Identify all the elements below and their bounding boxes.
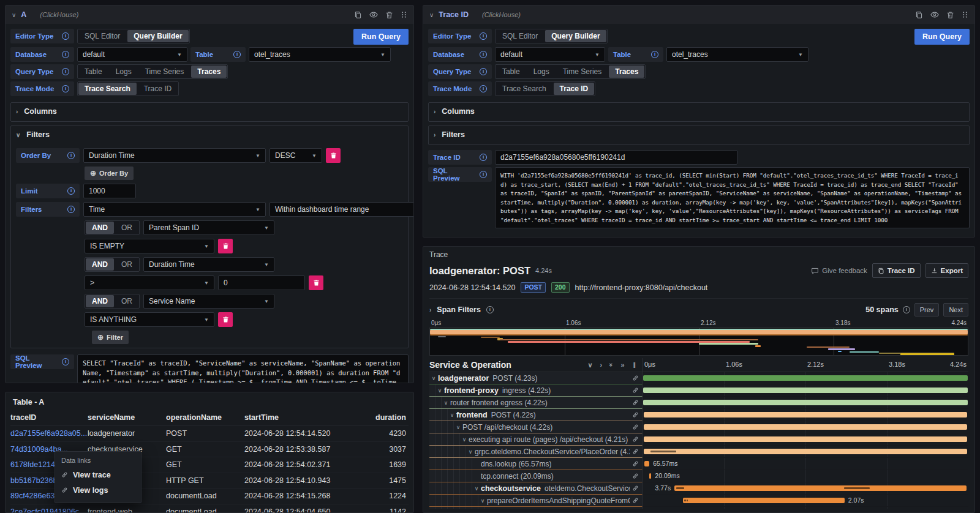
next-button[interactable]: Next [943, 303, 968, 316]
trace-id-link[interactable]: d2a7155ef6a928a05... [10, 429, 88, 438]
prev-button[interactable]: Prev [914, 303, 940, 316]
span-link-icon[interactable] [632, 399, 639, 406]
query-type-table[interactable]: Table [78, 65, 109, 78]
query-type-traces[interactable]: Traces [191, 66, 227, 78]
database-select[interactable]: default▼ [495, 47, 605, 62]
order-by-field-select[interactable]: Duration Time▼ [83, 148, 266, 163]
view-trace-link[interactable]: View trace [61, 467, 135, 482]
run-query-button[interactable]: Run Query [353, 29, 409, 45]
filter-field-select[interactable]: Time▼ [83, 202, 266, 217]
info-icon[interactable]: i [480, 32, 487, 40]
database-select[interactable]: default▼ [77, 47, 187, 62]
span-row[interactable]: tcp.connect (20.09ms)20.09ms [429, 470, 968, 482]
col-header-servicename[interactable]: serviceName [88, 413, 166, 422]
info-icon[interactable]: i [480, 68, 487, 75]
span-bar[interactable] [644, 461, 650, 466]
add-filter-button[interactable]: ⊕Filter [92, 331, 129, 344]
add-order-by-button[interactable]: ⊕Order By [85, 167, 134, 180]
span-collapse-icon[interactable]: ∨ [472, 485, 481, 492]
and-option[interactable]: AND [86, 258, 114, 271]
view-logs-link[interactable]: View logs [61, 482, 135, 498]
span-collapse-icon[interactable]: ∨ [435, 388, 444, 394]
limit-input[interactable]: 1000 [83, 184, 136, 198]
hide-query-icon[interactable] [369, 10, 378, 19]
span-link-icon[interactable] [632, 448, 639, 455]
hide-query-icon[interactable] [930, 10, 939, 19]
span-link-icon[interactable] [632, 411, 639, 418]
info-icon[interactable]: i [67, 152, 75, 159]
span-row[interactable]: ∨prepareOrderItemsAndShippingQuoteFromCa… [429, 495, 968, 507]
span-bar[interactable] [644, 449, 967, 454]
filter-operator-select[interactable]: >▼ [85, 275, 214, 290]
collapse-all-icon[interactable]: » [608, 363, 615, 367]
filter-value-input[interactable]: 0 [218, 275, 305, 290]
query-type-logs[interactable]: Logs [527, 65, 556, 78]
query-panel-trace-id-header[interactable]: ∨ Trace ID (ClickHouse) [423, 6, 974, 24]
columns-section-header[interactable]: ›Columns [16, 105, 403, 118]
span-bar[interactable] [674, 485, 967, 491]
remove-filter-button[interactable] [309, 275, 323, 290]
or-option[interactable]: OR [115, 294, 139, 308]
query-type-timeseries[interactable]: Time Series [138, 65, 191, 78]
col-header-traceid[interactable]: traceID [10, 413, 88, 422]
span-bar[interactable] [643, 375, 968, 381]
filter-operator-select[interactable]: Within dashboard time range▼ [270, 202, 414, 217]
duplicate-icon[interactable] [354, 11, 362, 19]
span-link-icon[interactable] [632, 497, 639, 504]
delete-query-icon[interactable] [946, 11, 954, 19]
editor-type-builder[interactable]: Query Builder [127, 30, 188, 42]
query-type-timeseries[interactable]: Time Series [556, 65, 609, 78]
trace-minimap[interactable] [429, 328, 968, 356]
span-bar[interactable] [644, 436, 967, 442]
or-option[interactable]: OR [115, 221, 139, 234]
span-link-icon[interactable] [632, 375, 639, 381]
filter-field-select[interactable]: Parent Span ID▼ [143, 220, 274, 235]
trace-id-button[interactable]: Trace ID [872, 263, 921, 278]
span-filters-header[interactable]: › Span Filters i [429, 305, 494, 314]
filters-section-header[interactable]: ∨Filters [16, 129, 403, 141]
or-option[interactable]: OR [115, 258, 139, 271]
info-icon[interactable]: i [67, 206, 75, 213]
give-feedback-link[interactable]: Give feedback [811, 267, 867, 275]
remove-filter-button[interactable] [218, 312, 233, 327]
editor-type-sql[interactable]: SQL Editor [78, 29, 127, 43]
info-icon[interactable]: i [233, 51, 241, 58]
span-collapse-icon[interactable]: ∨ [429, 375, 438, 381]
info-icon[interactable]: i [62, 32, 69, 40]
span-collapse-icon[interactable]: ∨ [478, 498, 487, 504]
span-row[interactable]: ∨loadgeneratorPOST (4.23s) [429, 372, 968, 384]
span-row[interactable]: ∨router frontend egress (4.22s) [429, 397, 968, 409]
query-panel-a-header[interactable]: ∨ A (ClickHouse) [6, 6, 413, 24]
trace-mode-id[interactable]: Trace ID [554, 83, 595, 95]
query-type-table[interactable]: Table [496, 65, 527, 78]
info-icon[interactable]: i [480, 85, 487, 92]
info-icon[interactable]: i [651, 51, 658, 58]
filter-operator-select[interactable]: IS ANYTHING▼ [85, 312, 214, 327]
collapse-one-icon[interactable]: ∨ [588, 361, 593, 369]
span-bar[interactable] [644, 424, 968, 430]
info-icon[interactable]: i [480, 154, 487, 161]
expand-one-icon[interactable]: › [600, 361, 603, 369]
span-row[interactable]: dns.lookup (65.57ms)65.57ms [429, 458, 968, 470]
trace-mode-search[interactable]: Trace Search [496, 82, 553, 95]
col-header-operationname[interactable]: operationName [166, 413, 244, 422]
columns-section-header[interactable]: ›Columns [434, 105, 964, 118]
run-query-button[interactable]: Run Query [914, 29, 970, 45]
order-by-dir-select[interactable]: DESC▼ [270, 148, 322, 163]
span-link-icon[interactable] [632, 473, 639, 479]
expand-all-icon[interactable]: » [620, 361, 624, 369]
and-option[interactable]: AND [86, 222, 114, 234]
span-row[interactable]: ∨grpc.oteldemo.CheckoutService/PlaceOrde… [429, 446, 968, 458]
column-resize-handle[interactable]: ∥ [633, 362, 636, 368]
table-select[interactable]: otel_traces▼ [666, 47, 809, 62]
span-bar[interactable] [643, 388, 968, 393]
export-button[interactable]: Export [925, 263, 968, 278]
trace-id-link[interactable]: 2ce7ecfc01941806c... [10, 507, 88, 513]
span-bar[interactable] [643, 400, 968, 405]
span-row[interactable]: ∨POST /api/checkout (4.22s) [429, 421, 968, 433]
info-icon[interactable]: i [62, 68, 69, 75]
duplicate-icon[interactable] [915, 11, 923, 19]
filters-section-header[interactable]: ›Filters [434, 129, 964, 141]
remove-filter-button[interactable] [218, 239, 233, 253]
span-bar[interactable] [649, 473, 651, 479]
